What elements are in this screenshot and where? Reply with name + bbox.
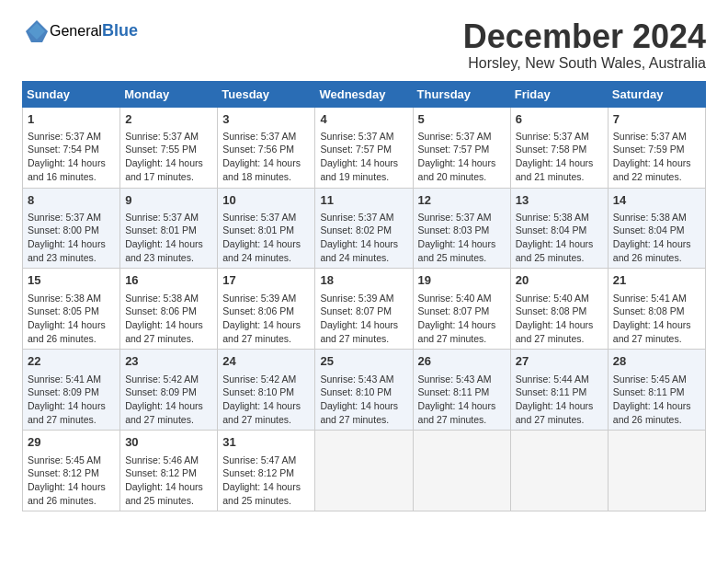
page-header: GeneralBlue December 2024 Horsley, New S…	[22, 18, 706, 72]
day-info: Daylight: 14 hours	[28, 399, 115, 413]
day-info: and 27 minutes.	[125, 413, 212, 427]
day-info: Sunset: 8:09 PM	[125, 385, 212, 399]
day-info: Sunset: 7:58 PM	[516, 143, 603, 156]
day-number: 25	[320, 353, 407, 370]
day-info: and 19 minutes.	[320, 170, 407, 184]
day-info: Daylight: 14 hours	[125, 399, 212, 413]
calendar-week-row: 8Sunrise: 5:37 AMSunset: 8:00 PMDaylight…	[23, 188, 706, 269]
calendar-cell: 13Sunrise: 5:38 AMSunset: 8:04 PMDayligh…	[510, 188, 608, 269]
day-info: and 25 minutes.	[125, 494, 212, 508]
day-number: 3	[222, 111, 310, 128]
header-wednesday: Wednesday	[315, 81, 413, 107]
day-info: Daylight: 14 hours	[613, 156, 700, 170]
day-info: Sunrise: 5:42 AM	[222, 373, 310, 386]
day-info: Sunrise: 5:37 AM	[28, 130, 115, 144]
day-info: Sunset: 8:12 PM	[125, 466, 212, 480]
header-sunday: Sunday	[23, 81, 120, 107]
calendar-cell	[510, 431, 608, 511]
calendar-cell: 18Sunrise: 5:39 AMSunset: 8:07 PMDayligh…	[315, 269, 413, 350]
day-info: and 27 minutes.	[125, 332, 212, 346]
day-number: 8	[28, 192, 115, 209]
day-info: and 16 minutes.	[28, 170, 115, 184]
day-info: Sunrise: 5:42 AM	[125, 373, 212, 386]
day-info: Sunset: 8:02 PM	[320, 224, 407, 237]
day-info: Sunset: 7:57 PM	[418, 143, 506, 156]
calendar-cell	[608, 431, 705, 511]
day-info: Sunrise: 5:43 AM	[418, 373, 506, 386]
day-info: Sunset: 8:04 PM	[613, 224, 700, 237]
calendar-cell: 9Sunrise: 5:37 AMSunset: 8:01 PMDaylight…	[120, 188, 218, 269]
day-info: Sunset: 8:10 PM	[222, 385, 310, 399]
day-info: Sunrise: 5:38 AM	[613, 211, 700, 224]
day-info: Sunset: 8:11 PM	[516, 385, 603, 399]
calendar-header-row: SundayMondayTuesdayWednesdayThursdayFrid…	[23, 81, 706, 107]
day-info: and 18 minutes.	[222, 170, 310, 184]
calendar-cell: 1Sunrise: 5:37 AMSunset: 7:54 PMDaylight…	[23, 107, 120, 188]
day-info: and 25 minutes.	[222, 494, 310, 508]
day-info: Daylight: 14 hours	[222, 480, 310, 494]
calendar-cell: 2Sunrise: 5:37 AMSunset: 7:55 PMDaylight…	[120, 107, 218, 188]
day-number: 26	[418, 353, 506, 370]
day-info: and 25 minutes.	[516, 251, 603, 265]
calendar-cell	[315, 431, 413, 511]
day-number: 30	[125, 434, 212, 451]
day-info: and 27 minutes.	[418, 413, 506, 427]
day-info: Sunrise: 5:37 AM	[320, 211, 407, 224]
day-info: Sunrise: 5:37 AM	[28, 211, 115, 224]
day-info: Sunrise: 5:47 AM	[222, 454, 310, 467]
day-info: Daylight: 14 hours	[222, 156, 310, 170]
day-number: 4	[320, 111, 407, 128]
day-info: Daylight: 14 hours	[613, 237, 700, 251]
calendar-cell: 21Sunrise: 5:41 AMSunset: 8:08 PMDayligh…	[608, 269, 705, 350]
calendar-cell: 31Sunrise: 5:47 AMSunset: 8:12 PMDayligh…	[218, 431, 315, 511]
logo-blue: Blue	[102, 21, 138, 40]
day-info: Sunset: 8:04 PM	[516, 224, 603, 237]
day-info: Daylight: 14 hours	[418, 318, 506, 332]
calendar-week-row: 15Sunrise: 5:38 AMSunset: 8:05 PMDayligh…	[23, 269, 706, 350]
calendar-cell: 8Sunrise: 5:37 AMSunset: 8:00 PMDaylight…	[23, 188, 120, 269]
calendar-cell: 24Sunrise: 5:42 AMSunset: 8:10 PMDayligh…	[218, 350, 315, 431]
day-info: Sunset: 8:11 PM	[613, 385, 700, 399]
calendar-cell: 16Sunrise: 5:38 AMSunset: 8:06 PMDayligh…	[120, 269, 218, 350]
day-info: Daylight: 14 hours	[418, 237, 506, 251]
day-info: Daylight: 14 hours	[125, 318, 212, 332]
day-info: Sunrise: 5:37 AM	[418, 211, 506, 224]
day-info: and 26 minutes.	[613, 413, 700, 427]
day-info: Sunset: 8:10 PM	[320, 385, 407, 399]
day-info: Sunset: 7:59 PM	[613, 143, 700, 156]
day-info: Sunrise: 5:39 AM	[320, 292, 407, 305]
day-info: and 17 minutes.	[125, 170, 212, 184]
day-number: 6	[516, 111, 603, 128]
day-info: Daylight: 14 hours	[28, 480, 115, 494]
calendar-cell: 17Sunrise: 5:39 AMSunset: 8:06 PMDayligh…	[218, 269, 315, 350]
logo: GeneralBlue	[22, 18, 138, 44]
day-number: 7	[613, 111, 700, 128]
day-info: Sunrise: 5:37 AM	[222, 130, 310, 144]
day-info: Sunrise: 5:37 AM	[320, 130, 407, 144]
day-number: 15	[28, 272, 115, 289]
day-info: Daylight: 14 hours	[516, 156, 603, 170]
day-number: 18	[320, 272, 407, 289]
day-info: and 27 minutes.	[418, 332, 506, 346]
day-info: Sunrise: 5:44 AM	[516, 373, 603, 386]
day-info: Daylight: 14 hours	[418, 399, 506, 413]
day-number: 13	[516, 192, 603, 209]
title-area: December 2024 Horsley, New South Wales, …	[463, 18, 706, 72]
day-info: Daylight: 14 hours	[516, 237, 603, 251]
day-info: Daylight: 14 hours	[320, 237, 407, 251]
header-monday: Monday	[120, 81, 218, 107]
day-info: Sunset: 8:12 PM	[28, 466, 115, 480]
header-thursday: Thursday	[413, 81, 510, 107]
day-info: and 26 minutes.	[28, 494, 115, 508]
day-info: and 25 minutes.	[418, 251, 506, 265]
day-info: Daylight: 14 hours	[125, 480, 212, 494]
calendar-cell: 27Sunrise: 5:44 AMSunset: 8:11 PMDayligh…	[510, 350, 608, 431]
header-friday: Friday	[510, 81, 608, 107]
day-info: Sunrise: 5:43 AM	[320, 373, 407, 386]
day-info: Sunset: 8:01 PM	[125, 224, 212, 237]
day-number: 27	[516, 353, 603, 370]
day-info: Daylight: 14 hours	[222, 318, 310, 332]
day-info: Sunrise: 5:40 AM	[418, 292, 506, 305]
calendar-cell: 25Sunrise: 5:43 AMSunset: 8:10 PMDayligh…	[315, 350, 413, 431]
day-info: Sunrise: 5:45 AM	[613, 373, 700, 386]
